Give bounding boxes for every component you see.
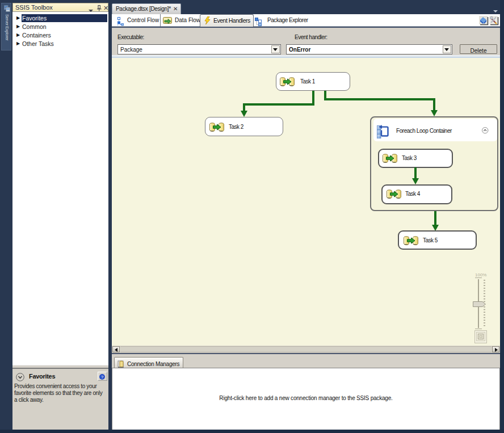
- svg-text:?: ?: [101, 375, 104, 380]
